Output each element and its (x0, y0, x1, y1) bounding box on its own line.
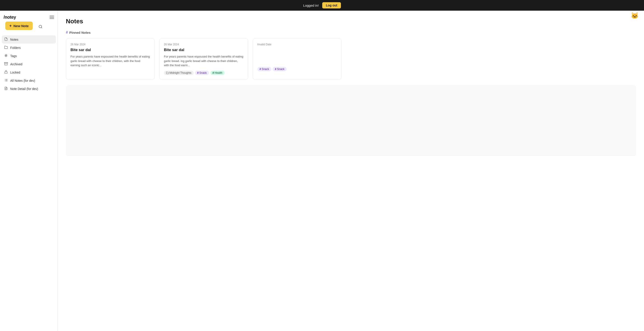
tags-icon (4, 54, 8, 58)
brand-logo: /notey (4, 15, 16, 20)
sidebar-item-archived[interactable]: Archived (2, 60, 56, 68)
pinned-notes-grid: 26 Mar 2024 Bite sar dal For years paren… (66, 38, 636, 80)
note-date-1: 26 Mar 2024 (70, 43, 150, 46)
sidebar-item-all-notes-dev[interactable]: All Notes (for dev) (2, 76, 56, 85)
sidebar-archived-label: Archived (10, 62, 22, 66)
tag-snack-3a: # Snack (257, 67, 271, 71)
note-tags-3: # Snack # Snack (257, 49, 337, 71)
sidebar-notes-label: Notes (10, 38, 18, 41)
sidebar-item-locked[interactable]: Locked (2, 68, 56, 76)
hamburger-line-2 (50, 17, 54, 17)
sidebar-item-folders[interactable]: Folders (2, 43, 56, 52)
sidebar-actions: + New Note (0, 21, 58, 34)
new-note-button[interactable]: + New Note (5, 21, 33, 30)
notes-icon (4, 37, 8, 41)
new-note-label: New Note (14, 24, 29, 28)
sidebar-item-tags[interactable]: Tags (2, 52, 56, 60)
pinned-section-label: Pinned Notes (69, 31, 90, 34)
locked-icon (4, 70, 8, 74)
archived-icon (4, 62, 8, 66)
note-preview-1: For years parents have espoused the heal… (70, 54, 150, 67)
sidebar-folders-label: Folders (10, 46, 21, 49)
note-date-3: Invalid Date (257, 43, 337, 46)
note-preview-2: For years parents have espoused the heal… (164, 54, 244, 67)
logout-button[interactable]: Log out (322, 2, 341, 8)
svg-line-1 (41, 27, 42, 28)
note-tags-2: Midnight Thoughts # Snack # Health (164, 71, 244, 75)
svg-rect-6 (4, 62, 8, 63)
note-card-1[interactable]: 26 Mar 2024 Bite sar dal For years paren… (66, 38, 155, 80)
all-notes-icon (4, 78, 8, 83)
note-title-2: Bite sar dal (164, 48, 244, 52)
note-detail-icon (4, 87, 8, 91)
search-button[interactable] (37, 23, 44, 30)
folders-icon (4, 45, 8, 50)
section-hash: # (66, 30, 68, 35)
note-card-2[interactable]: 26 Mar 2024 Bite sar dal For years paren… (159, 38, 248, 80)
sidebar-header: /notey (0, 11, 58, 21)
pinned-section-header: # Pinned Notes (66, 30, 636, 35)
hamburger-line-1 (50, 16, 54, 16)
sidebar-nav: Notes Folders (0, 34, 58, 331)
notification-bar: Logged in! Log out (0, 0, 644, 11)
tag-snack-3b: # Snack (273, 67, 287, 71)
logged-in-message: Logged in! (303, 3, 319, 7)
svg-rect-8 (5, 72, 7, 73)
note-card-3[interactable]: Invalid Date # Snack # Snack (252, 38, 342, 80)
hamburger-line-3 (50, 18, 54, 19)
tag-snack-2: # Snack (195, 71, 209, 75)
main-content: Notes # Pinned Notes 26 Mar 2024 Bite sa… (58, 11, 644, 331)
sidebar-note-detail-dev-label: Note Detail (for dev) (10, 87, 38, 91)
sidebar: /notey + New Note (0, 11, 58, 331)
sidebar-locked-label: Locked (10, 71, 20, 74)
note-title-1: Bite sar dal (70, 48, 150, 52)
sidebar-tags-label: Tags (10, 54, 17, 58)
tag-health-2: # Health (210, 71, 224, 75)
tag-midnight-thoughts: Midnight Thoughts (164, 71, 194, 75)
search-icon (38, 25, 42, 29)
sidebar-item-note-detail-dev[interactable]: Note Detail (for dev) (2, 85, 56, 93)
sidebar-item-notes[interactable]: Notes (2, 35, 56, 43)
folder-tag-icon (166, 71, 169, 74)
user-avatar[interactable]: 🐱 (631, 12, 639, 19)
svg-line-5 (6, 54, 6, 57)
plus-icon: + (9, 24, 12, 28)
svg-line-4 (5, 54, 6, 57)
app-layout: /notey + New Note (0, 11, 644, 331)
note-date-2: 26 Mar 2024 (164, 43, 244, 46)
hamburger-menu[interactable] (50, 16, 54, 19)
sidebar-all-notes-dev-label: All Notes (for dev) (10, 79, 35, 82)
page-title: Notes (66, 18, 636, 25)
notes-empty-area (66, 85, 636, 156)
